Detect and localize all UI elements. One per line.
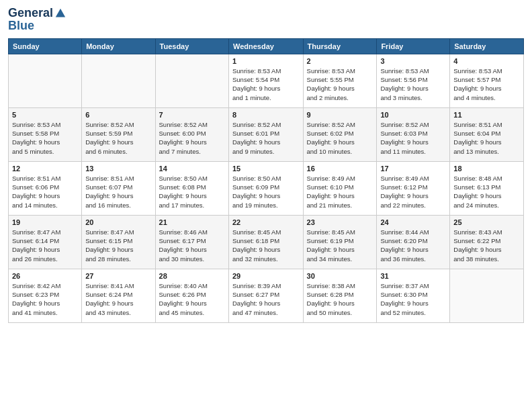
- calendar-table: SundayMondayTuesdayWednesdayThursdayFrid…: [8, 38, 524, 323]
- calendar-cell: [9, 54, 82, 107]
- day-info: Sunrise: 8:51 AM Sunset: 6:04 PM Dayligh…: [453, 120, 520, 156]
- day-info: Sunrise: 8:42 AM Sunset: 6:23 PM Dayligh…: [12, 281, 78, 317]
- calendar-cell: 30Sunrise: 8:38 AM Sunset: 6:28 PM Dayli…: [303, 269, 377, 322]
- calendar-week-row: 1Sunrise: 8:53 AM Sunset: 5:54 PM Daylig…: [9, 54, 524, 107]
- day-info: Sunrise: 8:53 AM Sunset: 5:54 PM Dayligh…: [232, 66, 300, 102]
- day-number: 2: [307, 57, 373, 65]
- weekday-header: Sunday: [9, 38, 82, 54]
- calendar-cell: 6Sunrise: 8:52 AM Sunset: 5:59 PM Daylig…: [82, 107, 155, 161]
- day-number: 15: [232, 165, 300, 173]
- calendar-cell: 15Sunrise: 8:50 AM Sunset: 6:09 PM Dayli…: [229, 161, 304, 215]
- calendar-cell: 8Sunrise: 8:52 AM Sunset: 6:01 PM Daylig…: [229, 107, 304, 161]
- calendar-cell: [450, 269, 524, 322]
- day-number: 24: [380, 218, 446, 226]
- calendar-cell: 25Sunrise: 8:43 AM Sunset: 6:22 PM Dayli…: [450, 215, 524, 269]
- calendar-cell: 3Sunrise: 8:53 AM Sunset: 5:56 PM Daylig…: [377, 54, 450, 107]
- day-number: 30: [307, 272, 373, 280]
- day-info: Sunrise: 8:49 AM Sunset: 6:10 PM Dayligh…: [307, 174, 373, 210]
- day-info: Sunrise: 8:47 AM Sunset: 6:14 PM Dayligh…: [12, 228, 78, 263]
- day-info: Sunrise: 8:51 AM Sunset: 6:06 PM Dayligh…: [12, 174, 78, 210]
- day-info: Sunrise: 8:51 AM Sunset: 6:07 PM Dayligh…: [85, 174, 151, 210]
- calendar-week-row: 26Sunrise: 8:42 AM Sunset: 6:23 PM Dayli…: [9, 269, 524, 322]
- day-number: 9: [307, 111, 373, 119]
- day-number: 11: [453, 111, 520, 119]
- calendar-cell: 12Sunrise: 8:51 AM Sunset: 6:06 PM Dayli…: [9, 161, 82, 215]
- day-info: Sunrise: 8:43 AM Sunset: 6:22 PM Dayligh…: [453, 228, 520, 263]
- weekday-header: Saturday: [450, 38, 524, 54]
- day-number: 17: [380, 165, 446, 173]
- day-info: Sunrise: 8:45 AM Sunset: 6:18 PM Dayligh…: [232, 228, 300, 263]
- calendar-cell: 22Sunrise: 8:45 AM Sunset: 6:18 PM Dayli…: [229, 215, 304, 269]
- calendar-cell: 24Sunrise: 8:44 AM Sunset: 6:20 PM Dayli…: [377, 215, 450, 269]
- day-number: 26: [12, 272, 78, 280]
- calendar-cell: 17Sunrise: 8:49 AM Sunset: 6:12 PM Dayli…: [377, 161, 450, 215]
- calendar-cell: 27Sunrise: 8:41 AM Sunset: 6:24 PM Dayli…: [82, 269, 155, 322]
- day-info: Sunrise: 8:37 AM Sunset: 6:30 PM Dayligh…: [380, 281, 446, 317]
- day-number: 16: [307, 165, 373, 173]
- day-info: Sunrise: 8:52 AM Sunset: 6:01 PM Dayligh…: [232, 120, 300, 156]
- day-number: 7: [159, 111, 225, 119]
- day-number: 8: [232, 111, 300, 119]
- day-number: 14: [159, 165, 225, 173]
- weekday-header: Tuesday: [155, 38, 228, 54]
- day-info: Sunrise: 8:47 AM Sunset: 6:15 PM Dayligh…: [85, 228, 151, 263]
- day-info: Sunrise: 8:52 AM Sunset: 6:00 PM Dayligh…: [159, 120, 225, 156]
- calendar-cell: 21Sunrise: 8:46 AM Sunset: 6:17 PM Dayli…: [155, 215, 228, 269]
- weekday-header: Thursday: [303, 38, 377, 54]
- day-info: Sunrise: 8:50 AM Sunset: 6:08 PM Dayligh…: [159, 174, 225, 210]
- calendar-cell: [82, 54, 155, 107]
- calendar-cell: 13Sunrise: 8:51 AM Sunset: 6:07 PM Dayli…: [82, 161, 155, 215]
- calendar-cell: 5Sunrise: 8:53 AM Sunset: 5:58 PM Daylig…: [9, 107, 82, 161]
- day-number: 4: [453, 57, 520, 65]
- calendar-cell: 19Sunrise: 8:47 AM Sunset: 6:14 PM Dayli…: [9, 215, 82, 269]
- weekday-header: Friday: [377, 38, 450, 54]
- day-number: 10: [380, 111, 446, 119]
- day-number: 22: [232, 218, 300, 226]
- day-number: 12: [12, 165, 78, 173]
- day-info: Sunrise: 8:48 AM Sunset: 6:13 PM Dayligh…: [453, 174, 520, 210]
- day-number: 21: [159, 218, 225, 226]
- calendar-cell: 16Sunrise: 8:49 AM Sunset: 6:10 PM Dayli…: [303, 161, 377, 215]
- day-info: Sunrise: 8:45 AM Sunset: 6:19 PM Dayligh…: [307, 228, 373, 263]
- calendar-cell: 26Sunrise: 8:42 AM Sunset: 6:23 PM Dayli…: [9, 269, 82, 322]
- calendar-cell: 18Sunrise: 8:48 AM Sunset: 6:13 PM Dayli…: [450, 161, 524, 215]
- day-number: 28: [159, 272, 225, 280]
- day-info: Sunrise: 8:46 AM Sunset: 6:17 PM Dayligh…: [159, 228, 225, 263]
- calendar-cell: 7Sunrise: 8:52 AM Sunset: 6:00 PM Daylig…: [155, 107, 228, 161]
- day-info: Sunrise: 8:52 AM Sunset: 5:59 PM Dayligh…: [85, 120, 151, 156]
- day-info: Sunrise: 8:44 AM Sunset: 6:20 PM Dayligh…: [380, 228, 446, 263]
- day-number: 23: [307, 218, 373, 226]
- calendar-cell: 28Sunrise: 8:40 AM Sunset: 6:26 PM Dayli…: [155, 269, 228, 322]
- day-number: 13: [85, 165, 151, 173]
- day-info: Sunrise: 8:40 AM Sunset: 6:26 PM Dayligh…: [159, 281, 225, 317]
- day-number: 6: [85, 111, 151, 119]
- calendar-week-row: 12Sunrise: 8:51 AM Sunset: 6:06 PM Dayli…: [9, 161, 524, 215]
- day-number: 29: [232, 272, 300, 280]
- calendar-cell: 9Sunrise: 8:52 AM Sunset: 6:02 PM Daylig…: [303, 107, 377, 161]
- logo-text: General: [8, 7, 53, 20]
- calendar-week-row: 19Sunrise: 8:47 AM Sunset: 6:14 PM Dayli…: [9, 215, 524, 269]
- day-number: 19: [12, 218, 78, 226]
- day-info: Sunrise: 8:53 AM Sunset: 5:57 PM Dayligh…: [453, 66, 520, 102]
- logo-icon: [54, 7, 66, 19]
- page-container: General Blue SundayMondayTuesdayWednesda…: [0, 0, 532, 328]
- day-info: Sunrise: 8:38 AM Sunset: 6:28 PM Dayligh…: [307, 281, 373, 317]
- calendar-cell: 2Sunrise: 8:53 AM Sunset: 5:55 PM Daylig…: [303, 54, 377, 107]
- calendar-header-row: SundayMondayTuesdayWednesdayThursdayFrid…: [9, 38, 524, 54]
- day-number: 5: [12, 111, 78, 119]
- weekday-header: Monday: [82, 38, 155, 54]
- header: General Blue: [8, 7, 524, 33]
- day-number: 27: [85, 272, 151, 280]
- calendar-cell: 4Sunrise: 8:53 AM Sunset: 5:57 PM Daylig…: [450, 54, 524, 107]
- day-info: Sunrise: 8:50 AM Sunset: 6:09 PM Dayligh…: [232, 174, 300, 210]
- day-number: 25: [453, 218, 520, 226]
- calendar-cell: 29Sunrise: 8:39 AM Sunset: 6:27 PM Dayli…: [229, 269, 304, 322]
- calendar-cell: 20Sunrise: 8:47 AM Sunset: 6:15 PM Dayli…: [82, 215, 155, 269]
- calendar-cell: 23Sunrise: 8:45 AM Sunset: 6:19 PM Dayli…: [303, 215, 377, 269]
- day-number: 20: [85, 218, 151, 226]
- logo-blue: Blue: [8, 19, 66, 33]
- day-number: 31: [380, 272, 446, 280]
- day-info: Sunrise: 8:52 AM Sunset: 6:02 PM Dayligh…: [307, 120, 373, 156]
- calendar-cell: 11Sunrise: 8:51 AM Sunset: 6:04 PM Dayli…: [450, 107, 524, 161]
- day-info: Sunrise: 8:53 AM Sunset: 5:55 PM Dayligh…: [307, 66, 373, 102]
